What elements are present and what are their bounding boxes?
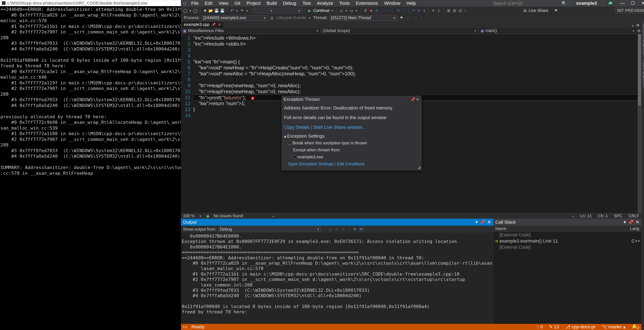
- lifecycle-icon[interactable]: ▤: [270, 16, 274, 20]
- callstack-title[interactable]: Call Stack ▾📌✕: [493, 219, 641, 226]
- menu-extensions[interactable]: Extensions: [353, 0, 381, 7]
- menu-debug[interactable]: Debug: [280, 0, 299, 7]
- live-share-button[interactable]: 🖧 Live Share: [523, 8, 548, 13]
- cs-close-icon[interactable]: ✕: [636, 219, 639, 225]
- pin-tab-icon[interactable]: 📌: [212, 22, 216, 26]
- stop-icon[interactable]: ■: [369, 8, 374, 13]
- minimize-button[interactable]: —: [618, 0, 628, 6]
- break-all-icon[interactable]: ⏸: [363, 8, 368, 13]
- nav-scope-combo[interactable]: (Global Scope)▾: [321, 28, 479, 34]
- callstack-body[interactable]: [External Code]➜example3.exe!main() Line…: [493, 232, 641, 324]
- panel-close-icon[interactable]: ✕: [487, 219, 491, 225]
- console-output[interactable]: ==244600==ERROR: AddressSanitizer: attem…: [0, 6, 181, 330]
- repo-indicator[interactable]: ⎇ cpp-docs-pr: [565, 324, 596, 330]
- solution-name[interactable]: example3: [572, 0, 601, 6]
- more-icon[interactable]: ⁞: [419, 16, 424, 20]
- menu-tools[interactable]: Tools: [336, 0, 353, 7]
- callstack-row[interactable]: ➜example3.exe!main() Line 11C++: [493, 238, 641, 244]
- debug-windows-icon[interactable]: ▭: [349, 8, 354, 13]
- copy-details-link[interactable]: Copy Details: [284, 125, 310, 130]
- split-editor-icon[interactable]: ⊞: [637, 28, 641, 33]
- search-box[interactable]: Search (Ctrl+Q) 🔍: [492, 1, 568, 6]
- col-indicator[interactable]: Ch: 1: [598, 214, 608, 218]
- config-combo[interactable]: ▾: [254, 8, 274, 13]
- resize-grip-icon[interactable]: ◢: [418, 165, 420, 169]
- flag-icon[interactable]: ⚑: [399, 16, 404, 20]
- edit-conditions-link[interactable]: Edit Conditions: [337, 161, 364, 167]
- menu-test[interactable]: Test: [300, 0, 314, 7]
- notifications-badge[interactable]: 🔔2: [632, 324, 639, 330]
- continue-icon[interactable]: ▶: [308, 8, 312, 13]
- clear-output-icon[interactable]: ≡: [352, 227, 357, 231]
- process-combo[interactable]: [244600] example3.exe▾: [202, 15, 268, 20]
- close-popup-icon[interactable]: ✕: [415, 97, 420, 102]
- code-editor[interactable]: 1234567891011121314 "inc">#include <Wind…: [181, 34, 641, 213]
- callstack-row[interactable]: [External Code]: [493, 244, 641, 250]
- nav-project-combo[interactable]: ▣Miscellaneous Files▾: [181, 28, 321, 34]
- close-button[interactable]: ✕: [638, 0, 644, 6]
- layout3-icon[interactable]: ⊡: [458, 8, 462, 13]
- vs-logo-icon[interactable]: ◇: [181, 0, 188, 6]
- save-icon[interactable]: 💾: [214, 8, 219, 13]
- exception-settings-expander[interactable]: ▴ Exception Settings: [284, 133, 419, 140]
- tab-overflow-icon[interactable]: ▾: [631, 24, 634, 27]
- out-icon-3[interactable]: ⎙: [341, 227, 346, 231]
- stack-frame-icon[interactable]: ⬚: [406, 16, 410, 20]
- callstack-row[interactable]: [External Code]: [493, 232, 641, 238]
- redo-icon[interactable]: ↷: [240, 8, 244, 13]
- next-statement-icon[interactable]: →: [384, 8, 389, 13]
- break-checkbox[interactable]: [288, 141, 291, 145]
- menu-view[interactable]: View: [216, 0, 231, 7]
- menu-help[interactable]: Help: [404, 0, 419, 7]
- editor-scrollbar[interactable]: [638, 34, 641, 213]
- maximize-button[interactable]: ☐: [628, 0, 638, 6]
- menu-file[interactable]: File: [188, 0, 201, 7]
- lineending-indicator[interactable]: CRLF: [628, 214, 639, 218]
- continue-button[interactable]: Continue: [313, 8, 330, 13]
- cs-dropdown-icon[interactable]: ▾: [624, 219, 626, 225]
- threads-icon[interactable]: ⬚: [412, 16, 417, 20]
- wrap-output-icon[interactable]: ↩: [359, 227, 364, 231]
- out-icon-1[interactable]: ⎙: [328, 227, 332, 231]
- except-module-checkbox[interactable]: [293, 155, 296, 159]
- error-glyph-icon[interactable]: [251, 96, 254, 100]
- menu-analyze[interactable]: Analyze: [314, 0, 336, 7]
- team-explorer-tab[interactable]: Team Explorer: [642, 58, 644, 89]
- step-over-icon[interactable]: ↷: [396, 8, 400, 13]
- panel-pin-icon[interactable]: 📌: [480, 219, 485, 225]
- debug-target-icon[interactable]: ▭: [339, 8, 344, 13]
- menu-window[interactable]: Window: [382, 0, 403, 7]
- output-title[interactable]: Output ▾📌✕: [181, 219, 493, 226]
- save-all-icon[interactable]: 💾: [220, 8, 224, 13]
- intellitrace-icon[interactable]: ⎆: [431, 8, 436, 13]
- solution-explorer-tab[interactable]: Solution Explorer: [642, 22, 644, 57]
- reverse-continue-icon[interactable]: ⇤: [417, 8, 422, 13]
- branch-indicator[interactable]: ⌥ master ▴: [602, 324, 626, 330]
- line-indicator[interactable]: Ln: 11: [580, 214, 592, 218]
- output-source-combo[interactable]: Debug▾: [218, 226, 321, 232]
- feedback-icon[interactable]: ⚑: [554, 8, 558, 13]
- step-into-icon[interactable]: ↓: [390, 8, 394, 13]
- tab-settings-icon[interactable]: ⚙: [636, 23, 640, 27]
- output-text[interactable]: 0x00000427B64E0000. Exception thrown at …: [181, 233, 493, 324]
- user-badge[interactable]: JR: [607, 1, 613, 5]
- nav-back-icon[interactable]: ◯: [183, 8, 188, 13]
- open-folder-icon[interactable]: 📂: [208, 8, 213, 13]
- cs-col-lang[interactable]: Lang: [630, 226, 639, 231]
- indent-indicator[interactable]: SPC: [614, 214, 622, 218]
- console-titlebar[interactable]: c:\MSDN\cpp-docs-pr\docs\sanitizers\SRC_…: [0, 0, 181, 6]
- pin-icon[interactable]: 📌: [410, 97, 415, 102]
- pending-up[interactable]: ↑ 0: [537, 324, 543, 330]
- menu-build[interactable]: Build: [264, 0, 280, 7]
- layout-icon[interactable]: ⊞: [446, 8, 451, 13]
- close-tab-icon[interactable]: ✕: [218, 22, 221, 27]
- menu-project[interactable]: Project: [244, 0, 264, 7]
- cs-col-name[interactable]: Name: [495, 226, 506, 231]
- open-exception-settings-link[interactable]: Open Exception Settings: [288, 161, 333, 167]
- zoom-combo[interactable]: 100 %: [183, 214, 195, 218]
- panel-dropdown-icon[interactable]: ▾: [476, 219, 478, 225]
- start-liveshare-link[interactable]: Start Live Share session...: [313, 125, 366, 130]
- new-item-icon[interactable]: ✚: [203, 8, 207, 13]
- restart-icon[interactable]: ⟳: [375, 8, 379, 13]
- undo-icon[interactable]: ↶: [230, 8, 234, 13]
